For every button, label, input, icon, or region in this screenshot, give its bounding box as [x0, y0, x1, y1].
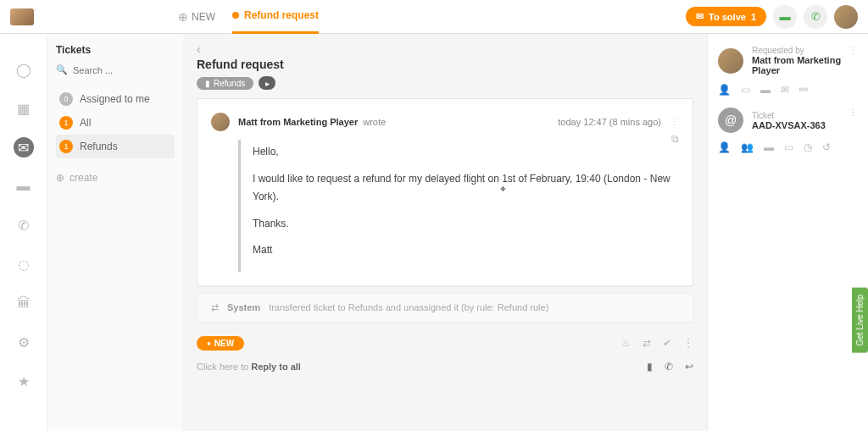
message-body: Hello, I would like to request a refund … [238, 140, 679, 272]
person-icon[interactable]: 👤 [718, 84, 731, 96]
plus-icon: ⊕ [178, 10, 188, 24]
chat-button[interactable]: ▬ [773, 5, 797, 29]
at-icon: @ [718, 108, 743, 133]
group-icon[interactable]: 👥 [741, 141, 754, 153]
nav-calls[interactable]: ✆ [14, 215, 34, 235]
filter-label: Assigned to me [80, 93, 150, 105]
more-icon[interactable]: ⋮ [683, 337, 693, 349]
ticket-id: AAD-XVSAX-363 [752, 120, 826, 130]
back-button[interactable]: ‹ [197, 42, 693, 56]
envelope-icon: ✉ [696, 11, 704, 22]
nav-dashboard[interactable]: ◯ [14, 59, 34, 80]
author-verb: wrote [363, 117, 386, 127]
system-text: transfered ticket to Refunds and unassig… [269, 302, 548, 312]
filter-all[interactable]: 1 All [56, 111, 175, 135]
status-label: NEW [214, 339, 234, 348]
requester-avatar [718, 48, 743, 74]
filter-assigned-to-me[interactable]: 0 Assigned to me [56, 87, 175, 111]
details-panel: Requested by Matt from Marketing Player … [707, 34, 868, 431]
more-icon[interactable]: ⋮ [849, 108, 858, 119]
requester-actions: 👤 ▭ ▬ ✉ ⚯ [718, 84, 858, 96]
status-dot-icon [232, 12, 239, 19]
create-filter-button[interactable]: ⊕ create [56, 172, 175, 184]
nav-star[interactable]: ★ [14, 371, 34, 391]
live-help-tab[interactable]: Get Live Help [852, 288, 868, 353]
folder-icon[interactable]: ▭ [741, 84, 750, 96]
archive-icon[interactable]: ▬ [764, 141, 774, 153]
tag-label: Refunds [214, 79, 245, 88]
search-input[interactable] [73, 65, 175, 75]
to-solve-button[interactable]: ✉ To solve 1 [686, 7, 766, 26]
system-event: ⇄ System transfered ticket to Refunds an… [197, 293, 693, 323]
archive-icon[interactable]: ▬ [760, 84, 771, 96]
call-button[interactable]: ✆ [804, 5, 827, 29]
solve-label: To solve [709, 12, 746, 22]
transfer-icon: ⇄ [211, 302, 219, 313]
tickets-heading: Tickets [56, 44, 175, 56]
ticket-label: Ticket [752, 111, 826, 120]
filter-label: All [80, 117, 91, 129]
requested-by-label: Requested by [752, 46, 858, 55]
open-in-new-icon[interactable]: ⧉ [671, 133, 679, 145]
brand-logo[interactable] [10, 8, 34, 25]
search-icon: 🔍 [56, 64, 68, 75]
tab-new[interactable]: ⊕ NEW [178, 0, 215, 34]
message-card: Matt from Marketing Player wrote today 1… [197, 98, 693, 286]
requester-block[interactable]: Requested by Matt from Marketing Player … [718, 46, 858, 75]
tag-refunds[interactable]: ▮ Refunds [197, 77, 253, 90]
ticket-block[interactable]: @ Ticket AAD-XVSAX-363 ⋮ [718, 108, 858, 133]
nav-rail: ◯ ▦ ✉ ▬ ✆ ◌ 🏛 ⚙ ★ [0, 34, 47, 431]
link-icon[interactable]: ⚯ [799, 84, 808, 96]
filter-label: Refunds [80, 141, 118, 152]
reply-placeholder[interactable]: Click here to Reply to all ▮ ✆ ↩ [197, 357, 693, 376]
fire-icon[interactable]: ♨ [621, 337, 631, 349]
author-avatar [211, 113, 230, 131]
folder-icon: ▮ [205, 79, 210, 88]
status-new-pill[interactable]: NEW [197, 336, 244, 351]
history-icon[interactable]: ↺ [822, 141, 831, 153]
nav-tickets[interactable]: ✉ [14, 137, 34, 157]
message-line: Thanks. [253, 215, 679, 234]
requester-name: Matt from Marketing Player [752, 55, 858, 75]
note-icon[interactable]: ▮ [647, 361, 653, 373]
resolve-icon[interactable]: ✔ [663, 337, 671, 349]
more-icon[interactable]: ⋮ [849, 46, 858, 57]
filter-refunds[interactable]: 1 Refunds [56, 135, 175, 158]
add-tag-button[interactable]: ▸ [259, 76, 275, 90]
filter-count: 1 [59, 140, 73, 153]
ticket-actions: 👤 👥 ▬ ▭ ◷ ↺ [718, 141, 858, 153]
transfer-icon[interactable]: ⇄ [643, 337, 651, 349]
create-label: create [70, 172, 97, 184]
mail-icon[interactable]: ✉ [781, 84, 789, 96]
message-line: I would like to request a refund for my … [253, 170, 679, 207]
page-title: Refund request [197, 58, 693, 71]
plus-circle-icon: ⊕ [56, 172, 64, 184]
nav-apps[interactable]: ▦ [14, 98, 34, 119]
message-line: Hello, [253, 143, 679, 162]
note-icon[interactable]: ▭ [784, 141, 793, 153]
tab-active-label: Refund request [244, 9, 319, 21]
reply-icon[interactable]: ↩ [685, 361, 693, 373]
nav-settings[interactable]: ⚙ [14, 332, 34, 352]
tickets-panel: Tickets 🔍 0 Assigned to me 1 All 1 Refun… [47, 34, 183, 431]
reply-prefix: Click here to [197, 362, 251, 372]
system-label: System [227, 302, 260, 312]
phone-icon[interactable]: ✆ [665, 361, 673, 373]
more-icon[interactable]: ⋮ [670, 117, 679, 128]
user-avatar[interactable] [834, 5, 858, 29]
clock-icon[interactable]: ◷ [804, 141, 812, 153]
author-name: Matt from Marketing Player [238, 117, 358, 127]
nav-chat[interactable]: ▬ [14, 176, 34, 196]
reply-action: Reply to all [251, 362, 301, 372]
message-line: Matt [253, 241, 679, 260]
nav-refresh[interactable]: ◌ [14, 254, 34, 274]
filter-count: 1 [59, 116, 73, 130]
person-icon[interactable]: 👤 [718, 141, 731, 153]
tab-refund-request[interactable]: Refund request [232, 0, 319, 34]
solve-count: 1 [751, 12, 756, 22]
filter-count: 0 [59, 92, 73, 106]
message-timestamp: today 12:47 (8 mins ago) [558, 117, 661, 127]
ticket-content: ‹ Refund request ▮ Refunds ▸ Matt from M… [183, 34, 707, 431]
nav-kb[interactable]: 🏛 [14, 293, 34, 313]
tab-new-label: NEW [192, 11, 215, 23]
